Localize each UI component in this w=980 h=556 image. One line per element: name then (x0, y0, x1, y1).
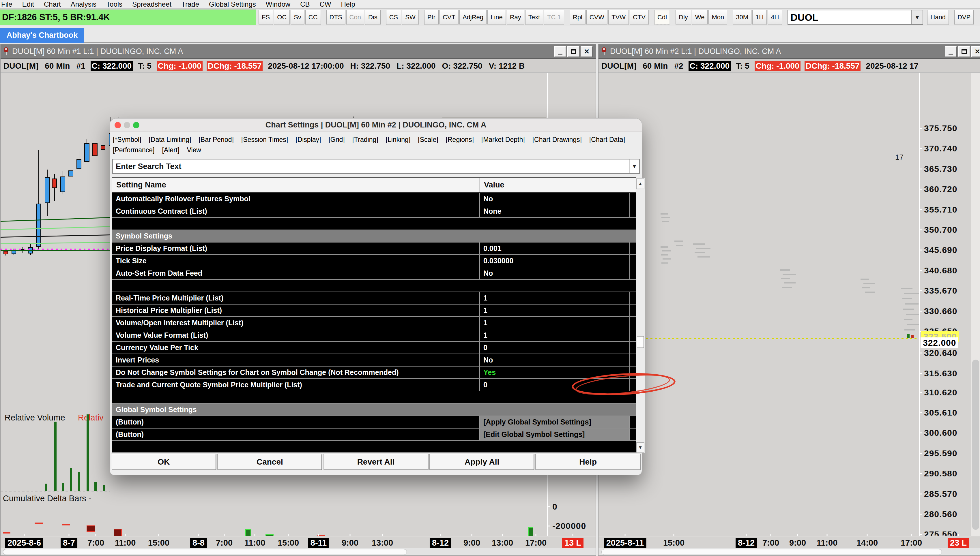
maximize-button[interactable] (958, 46, 970, 57)
toolbar-button-4h[interactable]: 4H (768, 10, 782, 25)
symbol-combobox[interactable]: DUOL▼ (787, 10, 923, 25)
h-scroll-thumb[interactable] (3, 549, 407, 555)
toolbar-button-cs[interactable]: CS (386, 10, 402, 25)
time-axis-2[interactable]: 2025-8-1115:008-127:009:0011:0014:0017:0… (598, 536, 980, 547)
dialog-minimize-button[interactable] (124, 122, 130, 128)
h-scroll-thumb[interactable] (601, 549, 942, 555)
settings-row[interactable]: Auto-Set From Data FeedNo (112, 267, 636, 280)
setting-value-cell[interactable]: None (479, 205, 629, 217)
settings-row[interactable]: (Button)[Edit Global Symbol Settings] (112, 428, 636, 441)
dropdown-arrow-icon[interactable]: ▼ (629, 160, 639, 173)
setting-value-cell[interactable]: 0 (479, 342, 629, 354)
menu-item-cb[interactable]: CB (300, 0, 309, 8)
dialog-tab-regions[interactable]: [Regions] (446, 136, 474, 144)
menu-item-file[interactable]: File (1, 0, 12, 8)
settings-row[interactable]: Currency Value Per Tick0 (112, 342, 636, 354)
dropdown-arrow-icon[interactable]: ▼ (911, 10, 923, 24)
h-scrollbar-1[interactable] (1, 548, 596, 555)
dialog-zoom-button[interactable] (133, 122, 139, 128)
time-axis-1[interactable]: 2025-8-68-77:0011:0015:008-87:0011:0015:… (1, 536, 596, 547)
settings-row[interactable]: Tick Size0.030000 (112, 255, 636, 267)
menu-item-help[interactable]: Help (341, 0, 355, 8)
toolbar-button-cvt[interactable]: CVT (439, 10, 458, 25)
setting-value-cell[interactable]: 0.030000 (479, 255, 629, 267)
settings-row[interactable]: Historical Price Multiplier (List)1 (112, 304, 636, 317)
settings-row[interactable]: Automatically Rollover Futures SymbolNo (112, 193, 636, 205)
setting-value-cell[interactable]: [Edit Global Symbol Settings] (479, 428, 629, 440)
menu-item-cw[interactable]: CW (320, 0, 331, 8)
v-scrollbar-2[interactable] (971, 73, 980, 537)
dialog-tab-marketdepth[interactable]: [Market Depth] (481, 136, 525, 144)
search-combobox[interactable]: Enter Search Text ▼ (112, 159, 640, 174)
minimize-button[interactable] (945, 46, 957, 57)
scroll-thumb[interactable] (637, 336, 644, 348)
toolbar-button-tvw[interactable]: TVW (608, 10, 629, 25)
menu-item-tools[interactable]: Tools (106, 0, 122, 8)
dialog-tab-view[interactable]: View (187, 146, 201, 154)
toolbar-button-ptr[interactable]: Ptr (424, 10, 439, 25)
h-scrollbar-2[interactable] (598, 548, 980, 555)
dialog-tab-chartdata[interactable]: [Chart Data] (589, 136, 625, 144)
close-button[interactable]: ✕ (971, 46, 980, 57)
close-button[interactable]: ✕ (581, 46, 593, 57)
settings-row[interactable]: (Button)[Apply Global Symbol Settings] (112, 416, 636, 428)
toolbar-button-adjreg[interactable]: AdjReg (459, 10, 486, 25)
toolbar-button-1h[interactable]: 1H (752, 10, 767, 25)
dialog-tab-display[interactable]: [Display] (295, 136, 321, 144)
search-input[interactable]: Enter Search Text (113, 162, 629, 171)
menu-item-window[interactable]: Window (266, 0, 290, 8)
menu-item-trade[interactable]: Trade (181, 0, 199, 8)
scroll-down-button[interactable]: ▼ (636, 442, 645, 453)
toolbar-button-cvw[interactable]: CVW (586, 10, 607, 25)
settings-row[interactable]: Continuous Contract (List)None (112, 205, 636, 218)
toolbar-button-fs[interactable]: FS (259, 10, 273, 25)
dialog-titlebar[interactable]: Chart Settings | DUOL[M] 60 Min #2 | DUO… (110, 118, 642, 132)
toolbar-button-sw[interactable]: SW (402, 10, 418, 25)
settings-row[interactable]: Volume Value Format (List)1 (112, 329, 636, 342)
cancel-button[interactable]: Cancel (217, 454, 322, 470)
settings-row[interactable]: Real-Time Price Multiplier (List)1 (112, 292, 636, 304)
toolbar-button-we[interactable]: We (692, 10, 708, 25)
menu-item-analysis[interactable]: Analysis (71, 0, 96, 8)
dialog-tab-datalimiting[interactable]: [Data Limiting] (149, 136, 191, 144)
toolbar-button-dis[interactable]: Dis (365, 10, 381, 25)
window-titlebar[interactable]: DUOL[M] 60 Min #1 L:1 | DUOLINGO, INC. C… (1, 44, 596, 59)
toolbar-button-sv[interactable]: Sv (291, 10, 305, 25)
dialog-scrollbar[interactable]: ▲ ▼ (636, 178, 645, 453)
toolbar-button-oc[interactable]: OC (274, 10, 290, 25)
toolbar-button-dts[interactable]: DTS (326, 10, 345, 25)
settings-row[interactable]: Do Not Change Symbol Settings for Chart … (112, 367, 636, 379)
v-scroll-thumb[interactable] (972, 360, 979, 530)
toolbar-button-dvp[interactable]: DVP (954, 10, 974, 25)
setting-value-cell[interactable]: No (479, 267, 629, 279)
dialog-tab-trading[interactable]: [Trading] (352, 136, 378, 144)
ok-button[interactable]: OK (112, 454, 216, 470)
settings-row[interactable]: Trade and Current Quote Symbol Price Mul… (112, 379, 636, 391)
settings-row[interactable]: Invert PricesNo (112, 354, 636, 367)
dialog-tab-grid[interactable]: [Grid] (329, 136, 345, 144)
toolbar-button-cdl[interactable]: Cdl (654, 10, 670, 25)
dialog-tab-linking[interactable]: [Linking] (386, 136, 411, 144)
toolbar-button-line[interactable]: Line (488, 10, 506, 25)
maximize-button[interactable] (567, 46, 580, 57)
setting-value-cell[interactable]: 1 (479, 329, 629, 341)
tab-abhays-chartbook[interactable]: Abhay's Chartbook (0, 27, 84, 43)
setting-value-cell[interactable]: 1 (479, 304, 629, 316)
toolbar-button-con[interactable]: Con (346, 10, 364, 25)
settings-row[interactable]: Price Display Format (List)0.001 (112, 242, 636, 255)
revert-all-button[interactable]: Revert All (324, 454, 428, 470)
setting-value-cell[interactable]: No (479, 193, 629, 205)
dialog-tab-scale[interactable]: [Scale] (418, 136, 438, 144)
menu-item-spreadsheet[interactable]: Spreadsheet (132, 0, 172, 8)
setting-value-cell[interactable]: 1 (479, 317, 629, 329)
dialog-tab-barperiod[interactable]: [Bar Period] (199, 136, 233, 144)
scroll-up-button[interactable]: ▲ (636, 178, 645, 189)
toolbar-button-rpl[interactable]: Rpl (570, 10, 586, 25)
toolbar-button-tc1[interactable]: TC 1 (544, 10, 564, 25)
toolbar-button-text[interactable]: Text (525, 10, 543, 25)
toolbar-button-hand[interactable]: Hand (927, 10, 949, 25)
dialog-tab-chartdrawings[interactable]: [Chart Drawings] (533, 136, 582, 144)
dialog-tab-sessiontimes[interactable]: [Session Times] (241, 136, 288, 144)
dialog-close-button[interactable] (115, 122, 121, 128)
dialog-tab-performance[interactable]: [Performance] (113, 146, 154, 154)
